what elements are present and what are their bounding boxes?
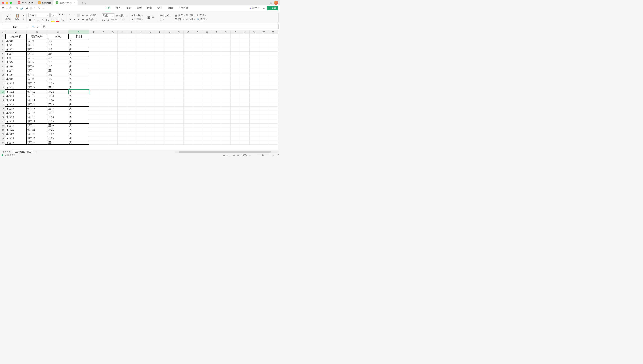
cell-W20[interactable] xyxy=(259,115,268,119)
cell-B8[interactable]: 部门6 xyxy=(26,64,48,68)
cell-P17[interactable] xyxy=(193,102,202,106)
cell-L21[interactable] xyxy=(155,119,165,124)
cell-C10[interactable]: 王8 xyxy=(48,73,68,77)
cell-V26[interactable] xyxy=(250,140,259,145)
cell-T5[interactable] xyxy=(231,52,240,56)
cell-F15[interactable] xyxy=(99,94,108,98)
cell-I20[interactable] xyxy=(127,115,136,119)
row-header-11[interactable]: 11 xyxy=(0,77,6,81)
cell-W6[interactable] xyxy=(259,56,268,60)
cell-E11[interactable] xyxy=(89,77,99,81)
add-tab-button[interactable]: ＋ ⌄ xyxy=(79,1,88,5)
cell-A4[interactable]: 单位2 xyxy=(6,47,26,52)
cell-F24[interactable] xyxy=(99,132,108,136)
cell-I3[interactable] xyxy=(127,43,136,47)
cell-X3[interactable] xyxy=(268,43,278,47)
cell-U24[interactable] xyxy=(240,132,250,136)
cell-V23[interactable] xyxy=(250,128,259,132)
cell-H7[interactable] xyxy=(118,60,127,64)
cell-H26[interactable] xyxy=(118,140,127,145)
cell-P14[interactable] xyxy=(193,90,202,94)
cell-G16[interactable] xyxy=(108,98,118,102)
cell-W4[interactable] xyxy=(259,47,268,52)
cell-C3[interactable]: 王1 xyxy=(48,43,68,47)
horizontal-scrollbar[interactable] xyxy=(175,151,278,153)
cell-B20[interactable]: 部门18 xyxy=(26,115,48,119)
row-header-2[interactable]: 2 xyxy=(0,39,6,43)
cell-S22[interactable] xyxy=(221,124,231,128)
cell-V2[interactable] xyxy=(250,39,259,43)
cell-L23[interactable] xyxy=(155,128,165,132)
cell-J13[interactable] xyxy=(136,86,146,90)
cell-style-button[interactable]: ◇⌄ xyxy=(60,18,65,21)
cell-U14[interactable] xyxy=(240,90,250,94)
column-header-P[interactable]: P xyxy=(193,30,202,34)
cell-T14[interactable] xyxy=(231,90,240,94)
cell-I6[interactable] xyxy=(127,56,136,60)
row-header-23[interactable]: 23 xyxy=(0,128,6,132)
cell-B14[interactable]: 部门12 xyxy=(26,90,48,94)
cell-V20[interactable] xyxy=(250,115,259,119)
cell-E10[interactable] xyxy=(89,73,99,77)
cell-K15[interactable] xyxy=(146,94,155,98)
cell-K19[interactable] xyxy=(146,111,155,115)
cell-P16[interactable] xyxy=(193,98,202,102)
cell-I23[interactable] xyxy=(127,128,136,132)
row-header-7[interactable]: 7 xyxy=(0,60,6,64)
cell-A15[interactable]: 单位13 xyxy=(6,94,26,98)
cell-C15[interactable]: 王13 xyxy=(48,94,68,98)
cell-U3[interactable] xyxy=(240,43,250,47)
cell-J6[interactable] xyxy=(136,56,146,60)
cell-A17[interactable]: 单位15 xyxy=(6,102,26,106)
cell-P10[interactable] xyxy=(193,73,202,77)
target-icon[interactable]: ⊕⌄ xyxy=(228,154,230,156)
header-cell-B1[interactable]: 部门名称 xyxy=(26,34,48,39)
cell-X16[interactable] xyxy=(268,98,278,102)
cell-W25[interactable] xyxy=(259,136,268,140)
cell-I5[interactable] xyxy=(127,52,136,56)
document-tab-0[interactable]: WWPS Office xyxy=(16,0,36,5)
cell-S7[interactable] xyxy=(221,60,231,64)
cell-W1[interactable] xyxy=(259,34,268,39)
cell-W2[interactable] xyxy=(259,39,268,43)
cell-X14[interactable] xyxy=(268,90,278,94)
cell-T16[interactable] xyxy=(231,98,240,102)
cell-F25[interactable] xyxy=(99,136,108,140)
cell-G4[interactable] xyxy=(108,47,118,52)
row-column-button[interactable]: ⊞ 行和列⌄ xyxy=(132,14,143,17)
cell-L25[interactable] xyxy=(155,136,165,140)
cell-U9[interactable] xyxy=(240,68,250,73)
cell-Q14[interactable] xyxy=(202,90,212,94)
cell-P18[interactable] xyxy=(193,106,202,111)
cell-R11[interactable] xyxy=(212,77,221,81)
cell-W3[interactable] xyxy=(259,43,268,47)
cell-X4[interactable] xyxy=(268,47,278,52)
cell-H14[interactable] xyxy=(118,90,127,94)
row-header-26[interactable]: 26 xyxy=(0,140,6,145)
cell-Q4[interactable] xyxy=(202,47,212,52)
cell-D15[interactable]: 男 xyxy=(68,94,89,98)
ribbon-tab-会员专享[interactable]: 会员专享 xyxy=(178,5,189,11)
cell-T11[interactable] xyxy=(231,77,240,81)
cell-T21[interactable] xyxy=(231,119,240,124)
cell-W11[interactable] xyxy=(259,77,268,81)
cell-M16[interactable] xyxy=(165,98,174,102)
cell-D6[interactable]: 男 xyxy=(68,56,89,60)
cell-M12[interactable] xyxy=(165,81,174,86)
cell-D23[interactable]: 男 xyxy=(68,128,89,132)
cell-M19[interactable] xyxy=(165,111,174,115)
cell-U10[interactable] xyxy=(240,73,250,77)
cell-D17[interactable]: 男 xyxy=(68,102,89,106)
cell-S5[interactable] xyxy=(221,52,231,56)
cell-Q26[interactable] xyxy=(202,140,212,145)
cell-N12[interactable] xyxy=(174,81,184,86)
cell-X8[interactable] xyxy=(268,64,278,68)
cell-K7[interactable] xyxy=(146,60,155,64)
row-header-13[interactable]: 13 xyxy=(0,86,6,90)
cell-U5[interactable] xyxy=(240,52,250,56)
cell-D11[interactable]: 男 xyxy=(68,77,89,81)
cell-N3[interactable] xyxy=(174,43,184,47)
cell-F21[interactable] xyxy=(99,119,108,124)
cell-L22[interactable] xyxy=(155,124,165,128)
cell-B12[interactable]: 部门10 xyxy=(26,81,48,86)
